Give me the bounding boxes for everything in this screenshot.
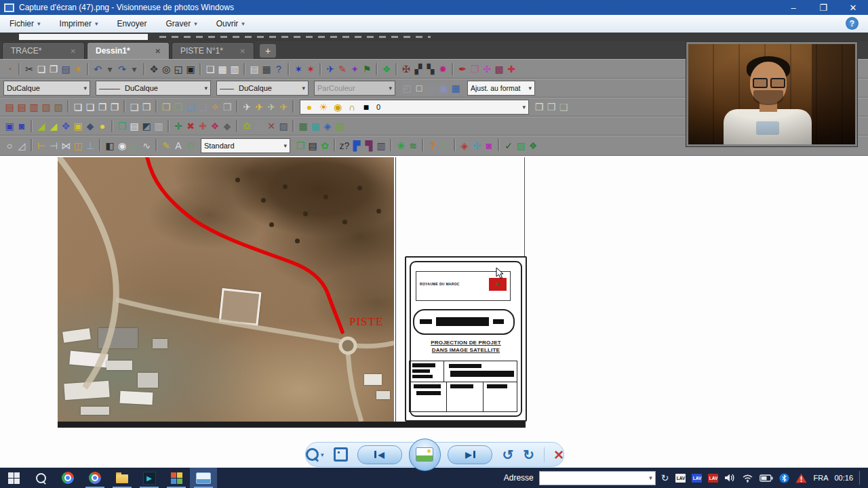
toolbar-icon[interactable]: ↶	[92, 62, 104, 76]
toolbar-icon[interactable]: ▤	[60, 62, 72, 76]
toolbar-icon[interactable]: ◿	[16, 139, 28, 152]
toolbar-icon[interactable]: ◱	[172, 62, 184, 76]
toolbar-icon[interactable]: ◉	[332, 100, 344, 114]
delete-button[interactable]: ×	[554, 447, 564, 462]
taskbar-photo-viewer[interactable]	[190, 468, 217, 488]
toolbar-icon[interactable]: ❒	[533, 100, 545, 114]
toolbar-icon[interactable]: ↷	[116, 62, 128, 76]
toolbar-icon[interactable]: ?	[427, 139, 439, 152]
toolbar-icon[interactable]: ❖	[527, 139, 539, 152]
toolbar-icon[interactable]: ▚	[425, 62, 437, 76]
menu-imprimer[interactable]: Imprimer ▾	[50, 15, 108, 33]
toolbar-icon[interactable]: ◢	[47, 119, 60, 133]
toolbar-icon[interactable]: ⊣	[47, 139, 60, 152]
zoom-button[interactable]: ▾	[306, 448, 324, 461]
toolbar-icon[interactable]: ∩	[346, 100, 358, 114]
close-icon[interactable]: ✕	[155, 47, 161, 55]
toolbar-icon[interactable]: ✶	[292, 62, 304, 76]
toolbar-icon[interactable]: ✠	[400, 62, 412, 76]
toolbar-icon[interactable]: ∿	[140, 139, 153, 152]
toolbar-icon[interactable]: ✈	[324, 62, 336, 76]
toolbar-icon[interactable]: ◰	[401, 81, 413, 95]
toolbar-icon[interactable]: ◧	[104, 139, 116, 152]
toolbar-icon[interactable]: □	[413, 81, 425, 95]
toolbar-icon[interactable]: ✥	[148, 62, 160, 76]
toolbar-icon[interactable]: ✈	[277, 100, 290, 114]
toolbar-icon[interactable]: ▤	[307, 139, 319, 152]
rotate-ccw-button[interactable]: ↺	[502, 448, 513, 462]
toolbar-icon[interactable]: ○	[3, 139, 16, 152]
color-dropdown[interactable]: DuCalque ▾	[3, 81, 90, 96]
viewport-scale-dropdown[interactable]: Ajust. au format ▾	[467, 81, 535, 96]
next-button[interactable]: ▶	[448, 445, 492, 464]
new-tab-button[interactable]: +	[260, 44, 276, 58]
toolbar-icon[interactable]: ❒	[172, 100, 184, 114]
taskbar-file-explorer[interactable]	[108, 468, 136, 488]
text-style-dropdown[interactable]: Standard ▾	[201, 138, 290, 153]
toolbar-icon[interactable]: ✣	[481, 62, 493, 76]
taskbar-chrome-2[interactable]	[81, 468, 108, 488]
tab-trace[interactable]: TRACE* ✕	[2, 42, 85, 59]
close-button[interactable]: ✕	[838, 0, 868, 15]
layer-dropdown[interactable]: ●☀◉∩■ 0 ▾	[300, 100, 529, 115]
toolbar-icon[interactable]: ✕	[265, 119, 277, 133]
toolbar-icon[interactable]: ◢	[35, 119, 47, 133]
toolbar-icon[interactable]: ▤	[16, 100, 28, 114]
toolbar-icon[interactable]: ▩	[493, 62, 505, 76]
toolbar-icon[interactable]: ▨	[52, 100, 64, 114]
toolbar-icon[interactable]: ✦	[349, 62, 361, 76]
toolbar-icon[interactable]: ✒	[456, 62, 469, 76]
toolbar-icon[interactable]: ✶	[304, 62, 317, 76]
toolbar-icon[interactable]: ◎	[160, 62, 172, 76]
toolbar-icon[interactable]: ▒	[439, 139, 451, 152]
toolbar-icon[interactable]: ⚑	[361, 62, 373, 76]
toolbar-icon[interactable]: ❐	[108, 100, 121, 114]
toolbar-icon[interactable]: ❏	[35, 62, 47, 76]
fit-to-window-button[interactable]	[334, 447, 348, 462]
toolbar-icon[interactable]: ◙	[16, 119, 28, 133]
toolbar-icon[interactable]: ◈	[458, 139, 471, 152]
toolbar-icon[interactable]: ❒	[140, 100, 153, 114]
toolbar-icon[interactable]: ▧	[334, 119, 346, 133]
toolbar-icon[interactable]: ▾	[104, 62, 116, 76]
toolbar-icon[interactable]: ✂	[23, 62, 35, 76]
toolbar-icon[interactable]: ✓	[502, 139, 515, 152]
toolbar-icon[interactable]: ✧	[209, 100, 221, 114]
taskbar-movies-app[interactable]: ▶	[136, 468, 163, 488]
tab-piste-n1[interactable]: PISTE N°1* ✕	[172, 42, 254, 59]
toolbar-icon[interactable]: ▣	[437, 81, 450, 95]
linetype-dropdown[interactable]: ——— DuCalque ▾	[96, 81, 211, 96]
battery-icon[interactable]	[760, 474, 773, 482]
taskbar-photos-app[interactable]	[163, 468, 190, 488]
toolbar-icon[interactable]: ▾	[128, 62, 140, 76]
toolbar-icon[interactable]: ❑	[197, 100, 209, 114]
toolbar-icon[interactable]: z?	[338, 139, 351, 152]
toolbar-icon[interactable]: ▨	[277, 119, 290, 133]
toolbar-icon[interactable]: ❖	[380, 62, 393, 76]
language-indicator[interactable]: FRA	[813, 474, 828, 482]
warning-icon[interactable]	[795, 473, 807, 483]
toolbar-icon[interactable]: ✎	[160, 139, 172, 152]
toolbar-icon[interactable]: ■	[360, 100, 372, 114]
lav-blue-icon[interactable]: LAV	[692, 474, 702, 483]
menu-envoyer[interactable]: Envoyer	[107, 15, 156, 33]
toolbar-icon[interactable]: ❑	[204, 62, 216, 76]
toolbar-icon[interactable]: ▜	[363, 139, 375, 152]
toolbar-icon[interactable]: ◆	[221, 119, 233, 133]
toolbar-icon[interactable]: ✸	[437, 62, 449, 76]
toolbar-icon[interactable]: ▛	[351, 139, 363, 152]
toolbar-icon[interactable]: ●	[303, 100, 315, 114]
toolbar-icon[interactable]: △	[253, 119, 265, 133]
toolbar-icon[interactable]: ❒	[294, 139, 307, 152]
toolbar-icon[interactable]: ▣	[72, 119, 84, 133]
toolbar-icon[interactable]: ✎	[336, 62, 349, 76]
toolbar-icon[interactable]: ▤	[248, 62, 260, 76]
toolbar-icon[interactable]: ❏	[84, 100, 96, 114]
show-desktop-edge[interactable]	[859, 471, 860, 485]
toolbar-icon[interactable]: ▧	[40, 100, 52, 114]
toolbar-icon[interactable]: ▩	[297, 119, 309, 133]
toolbar-icon[interactable]: ✚	[197, 119, 209, 133]
taskbar-chrome-1[interactable]	[54, 468, 81, 488]
toolbar-icon[interactable]: ✈	[253, 100, 265, 114]
lav-white-icon[interactable]: LAV	[675, 474, 686, 483]
